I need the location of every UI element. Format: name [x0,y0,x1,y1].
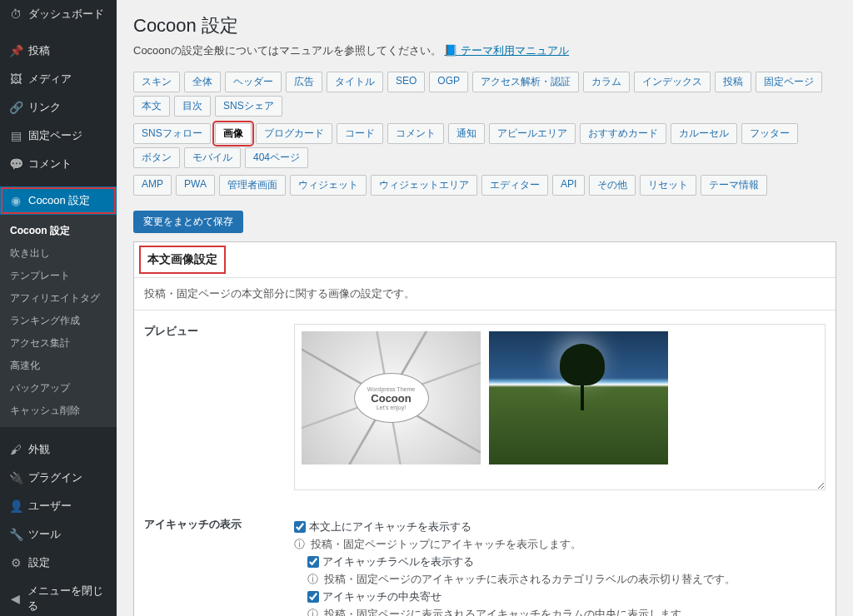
submenu-speech[interactable]: 吹き出し [0,242,117,265]
tab-PWA[interactable]: PWA [176,175,215,196]
tab-API[interactable]: API [552,175,585,196]
submenu-access[interactable]: アクセス集計 [0,332,117,355]
info-text: 投稿・固定ページに表示されるアイキャッチをカラムの中央に表示します。 [324,607,692,616]
link-icon: 🔗 [8,101,23,114]
row-preview: プレビュー Wordpress Theme Cocoon Let's enjoy… [134,310,836,504]
sidebar-item-pages[interactable]: ▤固定ページ [0,122,117,150]
checkbox-label[interactable]: 本文上にアイキャッチを表示する [309,519,471,534]
eyecatch-label: アイキャッチの表示 [144,517,294,532]
gear-icon: ⚙ [8,556,23,569]
book-icon: 📘 [444,44,457,57]
tab-SEO[interactable]: SEO [387,72,425,92]
submenu-backup[interactable]: バックアップ [0,377,117,400]
sidebar-collapse[interactable]: ◀メニューを閉じる [0,577,117,616]
submenu-cache[interactable]: キャッシュ削除 [0,400,117,422]
sidebar-item-label: メニューを閉じる [27,584,108,614]
tab-通知[interactable]: 通知 [448,123,485,144]
tab-SNSシェア[interactable]: SNSシェア [215,96,282,117]
submenu-cocoon-settings[interactable]: Cocoon 設定 [0,220,117,242]
sidebar-item-label: ツール [28,527,61,542]
tab-インデックス[interactable]: インデックス [634,72,711,92]
panel-heading-text: 本文画像設定 [144,251,221,269]
info-text: 投稿・固定ページのアイキャッチに表示されるカテゴリラベルの表示切り替えです。 [324,572,736,587]
tab-カラム[interactable]: カラム [583,72,630,92]
preview-label: プレビュー [144,324,294,339]
tab-アクセス解析・認証[interactable]: アクセス解析・認証 [472,72,579,92]
tab-カルーセル[interactable]: カルーセル [671,123,737,144]
preview-image-tree [489,331,668,464]
info-icon: ⓘ [307,572,319,587]
comment-icon: 💬 [8,157,23,171]
checkbox[interactable] [307,591,319,603]
sidebar-item-dashboard[interactable]: ⏱ダッシュボード [0,0,117,28]
tab-全体[interactable]: 全体 [184,72,221,92]
tab-リセット[interactable]: リセット [640,175,696,196]
tab-ブログカード[interactable]: ブログカード [256,123,332,144]
manual-link[interactable]: 📘 テーマ利用マニュアル [444,44,569,57]
tab-本文[interactable]: 本文 [133,96,170,117]
checkbox-label[interactable]: アイキャッチの中央寄せ [322,589,441,604]
info-row: ⓘ投稿・固定ページに表示されるアイキャッチをカラムの中央に表示します。 [307,607,826,616]
tab-アピールエリア[interactable]: アピールエリア [489,123,576,144]
sidebar-item-links[interactable]: 🔗リンク [0,93,117,122]
sidebar-item-tools[interactable]: 🔧ツール [0,520,117,549]
sidebar-item-label: リンク [28,100,61,115]
sidebar-item-label: Cocoon 設定 [28,193,90,208]
checkbox[interactable] [294,521,306,533]
info-icon: ⓘ [294,537,306,552]
info-row: ⓘ投稿・固定ページトップにアイキャッチを表示します。 [294,537,826,552]
checkbox[interactable] [307,556,319,568]
tab-404ページ[interactable]: 404ページ [245,147,308,168]
sidebar-item-plugins[interactable]: 🔌プラグイン [0,464,117,492]
sidebar-item-settings[interactable]: ⚙設定 [0,549,117,577]
page-title: Cocoon 設定 [133,13,836,38]
sidebar-item-cocoon-settings[interactable]: ◉Cocoon 設定 [0,186,117,215]
save-all-button[interactable]: 変更をまとめて保存 [133,211,243,233]
checkbox-row: アイキャッチラベルを表示する [307,554,826,569]
panel-heading: 本文画像設定 [134,242,836,278]
checkbox-row: アイキャッチの中央寄せ [307,589,826,604]
tab-ボタン[interactable]: ボタン [133,147,180,168]
tab-OGP[interactable]: OGP [429,72,468,92]
tab-エディター[interactable]: エディター [481,175,548,196]
tab-コメント[interactable]: コメント [387,123,444,144]
sidebar-item-label: 外観 [28,442,50,457]
tab-フッター[interactable]: フッター [741,123,798,144]
tab-投稿[interactable]: 投稿 [715,72,751,92]
sidebar-item-label: ユーザー [28,499,72,514]
sidebar-item-appearance[interactable]: 🖌外観 [0,435,117,464]
tab-広告[interactable]: 広告 [286,72,322,92]
tab-固定ページ[interactable]: 固定ページ [756,72,822,92]
sidebar-item-users[interactable]: 👤ユーザー [0,492,117,520]
sidebar-item-media[interactable]: 🖼メディア [0,65,117,93]
checkbox-label[interactable]: アイキャッチラベルを表示する [322,554,474,569]
tab-コード[interactable]: コード [337,123,383,144]
tab-目次[interactable]: 目次 [174,96,211,117]
cocoon-icon: ◉ [8,194,23,207]
submenu-ranking[interactable]: ランキング作成 [0,310,117,332]
tab-おすすめカード[interactable]: おすすめカード [580,123,666,144]
tab-管理者画面[interactable]: 管理者画面 [219,175,286,196]
submenu-affiliate[interactable]: アフィリエイトタグ [0,287,117,310]
submenu-template[interactable]: テンプレート [0,265,117,287]
tab-画像[interactable]: 画像 [215,123,252,144]
preview-image-cocoon: Wordpress Theme Cocoon Let's enjoy! [302,331,481,464]
sidebar-item-comments[interactable]: 💬コメント [0,150,117,178]
logo-name: Cocoon [371,392,411,405]
tab-ウィジェットエリア[interactable]: ウィジェットエリア [371,175,477,196]
pin-icon: 📌 [8,44,23,57]
tab-スキン[interactable]: スキン [133,72,180,92]
info-row: ⓘ投稿・固定ページのアイキャッチに表示されるカテゴリラベルの表示切り替えです。 [307,572,826,587]
tab-SNSフォロー[interactable]: SNSフォロー [133,123,211,144]
sidebar-item-posts[interactable]: 📌投稿 [0,37,117,65]
tab-テーマ情報[interactable]: テーマ情報 [701,175,767,196]
tab-その他[interactable]: その他 [589,175,636,196]
tab-ヘッダー[interactable]: ヘッダー [225,72,282,92]
tab-モバイル[interactable]: モバイル [184,147,241,168]
brush-icon: 🖌 [8,443,23,456]
sidebar-item-label: 設定 [28,555,50,570]
tab-タイトル[interactable]: タイトル [327,72,383,92]
tab-ウィジェット[interactable]: ウィジェット [290,175,367,196]
submenu-speedup[interactable]: 高速化 [0,355,117,377]
tab-AMP[interactable]: AMP [133,175,172,196]
